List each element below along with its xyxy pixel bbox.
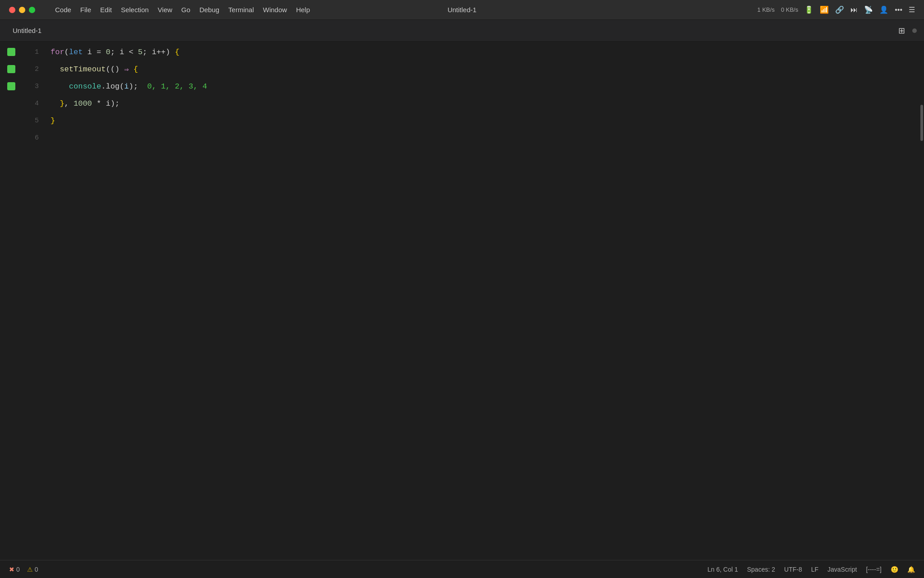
tabbar-right: ⊞ (898, 26, 917, 36)
battery-icon: 🔋 (804, 5, 813, 14)
warning-count: 0 (35, 566, 38, 573)
maximize-button[interactable] (29, 7, 35, 13)
gutter-row-1 (0, 43, 23, 61)
list-icon: ☰ (909, 5, 915, 14)
close-button[interactable] (9, 7, 15, 13)
code-line-2: setTimeout(() ⇒ { (51, 61, 918, 78)
menu-code[interactable]: Code (55, 6, 71, 14)
menu-view[interactable]: View (158, 6, 172, 14)
link-icon: 🔗 (835, 5, 844, 14)
gutter-row-5 (0, 112, 23, 129)
code-line-1: for(let i = 0; i < 5; i++) { (51, 43, 918, 61)
titlebar-left: Code File Edit Selection View Go Debug T… (9, 6, 310, 14)
cursor-position[interactable]: Ln 6, Col 1 (707, 566, 738, 573)
line-num-5: 5 (35, 112, 39, 129)
menu-debug[interactable]: Debug (199, 6, 219, 14)
window-title: Untitled-1 (448, 6, 476, 14)
breakpoint-1[interactable] (7, 48, 15, 56)
notification-bell-icon: 🔔 (907, 566, 915, 573)
media-icon: ⏭ (850, 6, 858, 14)
titlebar: Code File Edit Selection View Go Debug T… (0, 0, 924, 20)
titlebar-right: 1 KB/s 0 KB/s 🔋 📶 🔗 ⏭ 📡 👤 ••• ☰ (758, 5, 915, 14)
minimize-button[interactable] (19, 7, 25, 13)
wifi-icon: 📶 (820, 5, 829, 14)
smiley-icon: 🙂 (891, 566, 898, 573)
warning-icon: ⚠ (27, 566, 33, 573)
menu-file[interactable]: File (80, 6, 91, 14)
error-count: 0 (16, 566, 20, 573)
menu-terminal[interactable]: Terminal (228, 6, 254, 14)
menu-go[interactable]: Go (181, 6, 190, 14)
token-for: for (51, 48, 65, 56)
code-line-5: } (51, 112, 918, 129)
breakpoint-3[interactable] (7, 82, 15, 90)
statusbar-left: ✖ 0 ⚠ 0 (9, 566, 38, 573)
warnings-status[interactable]: ⚠ 0 (27, 566, 38, 573)
line-num-4: 4 (35, 95, 39, 112)
line-num-1: 1 (35, 43, 39, 61)
error-icon: ✖ (9, 566, 14, 573)
gutter-row-4 (0, 95, 23, 112)
language-mode[interactable]: JavaScript (827, 566, 857, 573)
editor-tab[interactable]: Untitled-1 (7, 24, 47, 37)
code-line-6 (51, 129, 918, 146)
split-editor-icon[interactable]: ⊞ (898, 26, 905, 36)
scrollbar-thumb[interactable] (920, 105, 923, 141)
gutter-row-2 (0, 61, 23, 78)
line-numbers: 1 2 3 4 5 6 (23, 42, 43, 560)
menu-selection[interactable]: Selection (121, 6, 149, 14)
line-num-3: 3 (35, 78, 39, 95)
line-num-6: 6 (35, 129, 39, 146)
network-speed-down: 0 KB/s (781, 6, 798, 13)
menu-edit[interactable]: Edit (100, 6, 112, 14)
dot-indicator (912, 28, 917, 33)
statusbar-right: Ln 6, Col 1 Spaces: 2 UTF-8 LF JavaScrip… (707, 566, 915, 573)
line-ending[interactable]: LF (811, 566, 818, 573)
code-line-3: console.log(i); 0, 1, 2, 3, 4 (51, 78, 918, 95)
tabbar: Untitled-1 ⊞ (0, 20, 924, 42)
editor-area: 1 2 3 4 5 6 for(let i = 0; i < 5; i++) {… (0, 42, 924, 560)
errors-status[interactable]: ✖ 0 (9, 566, 20, 573)
encoding[interactable]: UTF-8 (784, 566, 802, 573)
breakpoint-2[interactable] (7, 65, 15, 73)
code-line-4: }, 1000 * i); (51, 95, 918, 112)
scrollbar[interactable] (918, 42, 924, 560)
code-editor[interactable]: for(let i = 0; i < 5; i++) { setTimeout(… (43, 42, 918, 560)
gutter-row-3 (0, 78, 23, 95)
gutter (0, 42, 23, 560)
menu-help[interactable]: Help (296, 6, 310, 14)
dots-icon: ••• (895, 6, 902, 14)
cast-icon: 📡 (864, 5, 873, 14)
network-speed-up: 1 KB/s (758, 6, 775, 13)
menu-window[interactable]: Window (263, 6, 287, 14)
gutter-row-6 (0, 129, 23, 146)
tab-label: Untitled-1 (13, 27, 42, 34)
line-num-2: 2 (35, 61, 39, 78)
menu-bar: Code File Edit Selection View Go Debug T… (46, 6, 310, 14)
statusbar: ✖ 0 ⚠ 0 Ln 6, Col 1 Spaces: 2 UTF-8 LF J… (0, 560, 924, 578)
traffic-lights (9, 7, 35, 13)
indentation-indicator: [----=] (866, 566, 882, 573)
indentation[interactable]: Spaces: 2 (747, 566, 775, 573)
profile-icon: 👤 (879, 5, 888, 14)
